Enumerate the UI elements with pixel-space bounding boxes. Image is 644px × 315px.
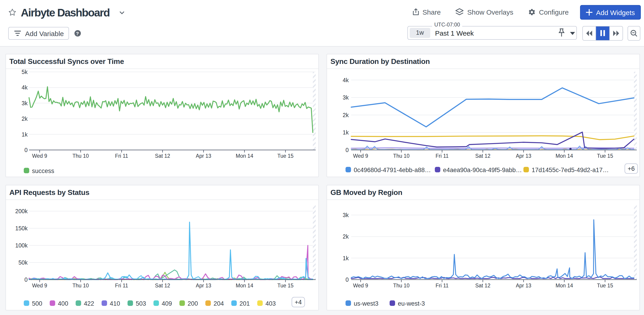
svg-text:3k: 3k: [343, 94, 349, 101]
svg-text:Fri 11: Fri 11: [115, 153, 128, 159]
svg-text:Apr 13: Apr 13: [196, 153, 211, 159]
svg-text:Thu 10: Thu 10: [393, 153, 410, 159]
svg-text:0: 0: [24, 277, 28, 283]
svg-text:0: 0: [346, 277, 349, 283]
svg-text:Mon 14: Mon 14: [556, 283, 573, 289]
svg-text:Apr 13: Apr 13: [516, 283, 532, 289]
svg-text:Mon 14: Mon 14: [556, 153, 573, 159]
svg-text:500: 500: [32, 300, 42, 307]
svg-text:410: 410: [110, 300, 120, 307]
svg-text:Tue 15: Tue 15: [597, 283, 613, 289]
svg-text:403: 403: [265, 300, 276, 307]
svg-text:Thu 10: Thu 10: [393, 283, 410, 289]
svg-text:100k: 100k: [15, 242, 28, 249]
svg-text:4k: 4k: [343, 77, 349, 83]
svg-text:Sat 12: Sat 12: [475, 153, 490, 159]
svg-text:Mon 14: Mon 14: [236, 283, 253, 289]
svg-text:Wed 9: Wed 9: [353, 283, 368, 289]
svg-text:150k: 150k: [15, 225, 28, 232]
svg-text:4k: 4k: [22, 84, 28, 91]
svg-text:2k: 2k: [22, 115, 28, 122]
svg-text:200k: 200k: [15, 208, 28, 214]
svg-text:Thu 10: Thu 10: [72, 283, 89, 289]
svg-text:us-west3: us-west3: [354, 300, 378, 307]
svg-text:50k: 50k: [18, 259, 28, 266]
svg-text:Fri 11: Fri 11: [436, 153, 448, 159]
svg-text:Sat 12: Sat 12: [475, 283, 490, 289]
svg-text:3k: 3k: [343, 212, 349, 218]
svg-text:503: 503: [136, 300, 146, 307]
svg-text:1k: 1k: [22, 131, 28, 138]
svg-text:Sat 12: Sat 12: [155, 283, 170, 289]
svg-text:+6: +6: [628, 165, 635, 172]
svg-text:Tue 15: Tue 15: [597, 153, 613, 159]
svg-text:Fri 11: Fri 11: [436, 283, 448, 289]
svg-text:1k: 1k: [343, 255, 349, 261]
svg-text:Tue 15: Tue 15: [278, 283, 294, 289]
svg-text:e4aea90a-90ca-49f5-9abb…: e4aea90a-90ca-49f5-9abb…: [443, 167, 522, 173]
svg-text:1k: 1k: [343, 129, 349, 136]
svg-text:17d1455c-7ed5-49d2-a17…: 17d1455c-7ed5-49d2-a17…: [532, 167, 609, 173]
svg-text:success: success: [32, 168, 54, 174]
svg-text:2k: 2k: [343, 112, 349, 118]
svg-text:422: 422: [84, 300, 94, 307]
svg-text:Apr 13: Apr 13: [516, 153, 532, 159]
svg-text:Wed 9: Wed 9: [353, 153, 368, 159]
svg-text:5k: 5k: [22, 69, 28, 75]
svg-text:+4: +4: [295, 299, 302, 306]
svg-text:201: 201: [240, 300, 250, 307]
svg-text:Wed 9: Wed 9: [32, 153, 47, 159]
svg-text:Apr 13: Apr 13: [196, 283, 211, 289]
svg-text:2k: 2k: [343, 233, 349, 240]
svg-text:400: 400: [58, 300, 68, 307]
svg-text:204: 204: [214, 300, 224, 307]
svg-text:Fri 11: Fri 11: [115, 283, 128, 289]
svg-text:Tue 15: Tue 15: [278, 153, 294, 159]
svg-text:Thu 10: Thu 10: [72, 153, 89, 159]
svg-text:409: 409: [162, 300, 172, 307]
svg-text:200: 200: [188, 300, 198, 307]
svg-text:0: 0: [346, 147, 349, 153]
svg-text:Wed 9: Wed 9: [32, 283, 47, 289]
svg-text:Sat 12: Sat 12: [155, 153, 170, 159]
svg-text:0: 0: [24, 147, 28, 153]
svg-text:eu-west-3: eu-west-3: [398, 300, 425, 307]
svg-text:3k: 3k: [22, 100, 28, 106]
svg-text:Mon 14: Mon 14: [236, 153, 253, 159]
svg-text:0c49680d-4791-4ebb-a88…: 0c49680d-4791-4ebb-a88…: [354, 167, 431, 173]
